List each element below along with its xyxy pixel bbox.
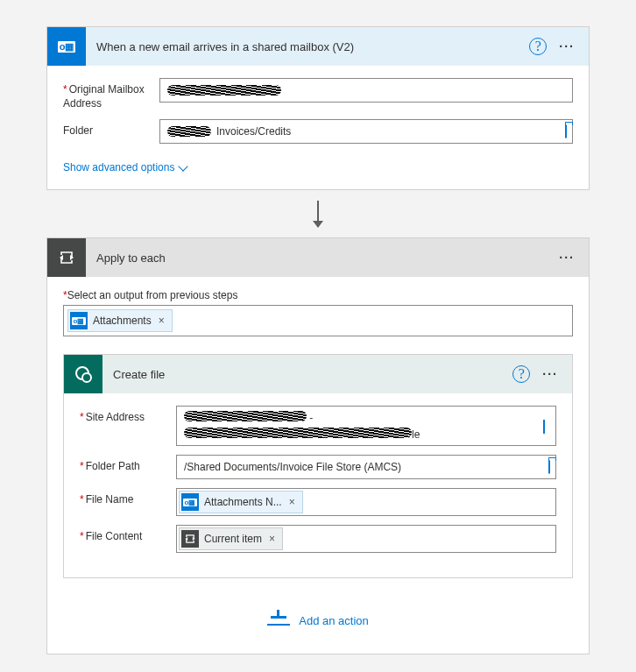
show-advanced-link[interactable]: Show advanced options xyxy=(63,161,187,173)
remove-token-icon[interactable]: × xyxy=(157,315,166,327)
redacted-text xyxy=(184,428,412,438)
token-attachments[interactable]: o▦ Attachments × xyxy=(67,309,173,332)
folder-path-label: *Folder Path xyxy=(80,455,176,474)
loop-icon xyxy=(47,238,86,277)
token-current-item[interactable]: Current item × xyxy=(179,527,283,550)
loop-icon xyxy=(181,530,199,548)
file-name-input[interactable]: o▦ Attachments N... × xyxy=(176,488,556,516)
redacted-text xyxy=(184,411,307,421)
flow-arrow-icon xyxy=(317,201,319,227)
outlook-icon: o▦ xyxy=(181,493,199,511)
outlook-icon: o▦ xyxy=(70,312,88,329)
mailbox-input[interactable] xyxy=(159,78,573,103)
help-icon[interactable]: ? xyxy=(512,365,530,383)
folder-picker-icon[interactable] xyxy=(565,125,567,138)
select-output-input[interactable]: o▦ Attachments × xyxy=(63,305,573,336)
create-file-header[interactable]: Create file ? ··· xyxy=(64,355,572,393)
redacted-text xyxy=(167,126,211,137)
site-address-input[interactable]: - le xyxy=(176,406,556,446)
apply-card: Apply to each ··· *Select an output from… xyxy=(46,237,590,654)
token-attachments-name[interactable]: o▦ Attachments N... × xyxy=(179,491,303,513)
create-file-card: Create file ? ··· *Site Address - le *Fo… xyxy=(63,354,573,578)
mailbox-label: *Original Mailbox Address xyxy=(63,78,159,110)
file-content-input[interactable]: Current item × xyxy=(176,525,556,553)
card-menu-icon[interactable]: ··· xyxy=(542,367,558,381)
card-menu-icon[interactable]: ··· xyxy=(559,251,575,265)
dropdown-icon[interactable] xyxy=(543,420,545,432)
select-output-label: *Select an output from previous steps xyxy=(63,289,573,301)
add-action-icon xyxy=(267,613,290,627)
trigger-header[interactable]: o▦ When a new email arrives in a shared … xyxy=(47,27,589,66)
card-menu-icon[interactable]: ··· xyxy=(559,39,575,53)
folder-input[interactable]: Invoices/Credits xyxy=(159,119,573,144)
site-address-label: *Site Address xyxy=(80,406,176,425)
apply-header[interactable]: Apply to each ··· xyxy=(47,238,589,277)
sharepoint-icon xyxy=(64,355,102,393)
trigger-card: o▦ When a new email arrives in a shared … xyxy=(46,26,590,190)
create-file-title: Create file xyxy=(113,368,512,381)
add-action-button[interactable]: Add an action xyxy=(63,613,573,627)
apply-title: Apply to each xyxy=(96,251,547,265)
help-icon[interactable]: ? xyxy=(529,38,547,55)
folder-picker-icon[interactable] xyxy=(548,461,550,473)
outlook-icon: o▦ xyxy=(47,27,86,66)
folder-value: Invoices/Credits xyxy=(216,125,291,138)
file-name-label: *File Name xyxy=(80,488,176,507)
remove-token-icon[interactable]: × xyxy=(267,533,277,545)
trigger-title: When a new email arrives in a shared mai… xyxy=(96,40,529,53)
folder-path-input[interactable]: /Shared Documents/Invoice File Store (AM… xyxy=(176,455,556,479)
redacted-text xyxy=(167,85,281,95)
file-content-label: *File Content xyxy=(80,525,176,544)
chevron-down-icon xyxy=(179,161,188,171)
folder-label: Folder xyxy=(63,119,159,138)
remove-token-icon[interactable]: × xyxy=(287,496,297,508)
